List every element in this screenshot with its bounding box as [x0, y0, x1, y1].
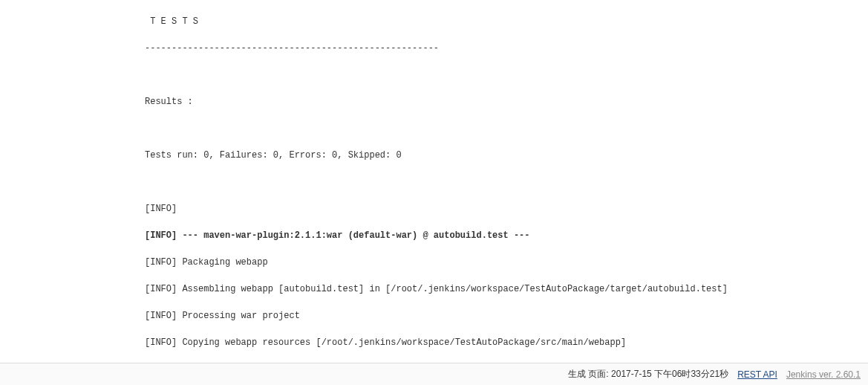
generated-timestamp: 生成 页面: 2017-7-15 下午06时33分21秒 — [568, 368, 728, 381]
processing-line: [INFO] Processing war project — [145, 309, 868, 323]
jenkins-version-link[interactable]: Jenkins ver. 2.60.1 — [786, 369, 861, 380]
packaging-line: [INFO] Packaging webapp — [145, 256, 868, 269]
test-summary: Tests run: 0, Failures: 0, Errors: 0, Sk… — [145, 149, 868, 162]
copying-line: [INFO] Copying webapp resources [/root/.… — [145, 336, 868, 349]
blank-line — [145, 68, 868, 82]
rest-api-link[interactable]: REST API — [737, 369, 777, 380]
assembling-line: [INFO] Assembling webapp [autobuild.test… — [145, 282, 868, 296]
console-output: T E S T S ------------------------------… — [0, 0, 868, 385]
info-blank: [INFO] — [145, 202, 868, 216]
blank-line — [145, 122, 868, 135]
plugin-line: [INFO] --- maven-war-plugin:2.1.1:war (d… — [145, 229, 868, 242]
results-label: Results : — [145, 95, 868, 109]
blank-line — [145, 175, 868, 189]
page-footer: 生成 页面: 2017-7-15 下午06时33分21秒 REST API Je… — [0, 363, 868, 385]
tests-header: T E S T S — [145, 15, 868, 28]
header-separator: ----------------------------------------… — [145, 42, 868, 55]
